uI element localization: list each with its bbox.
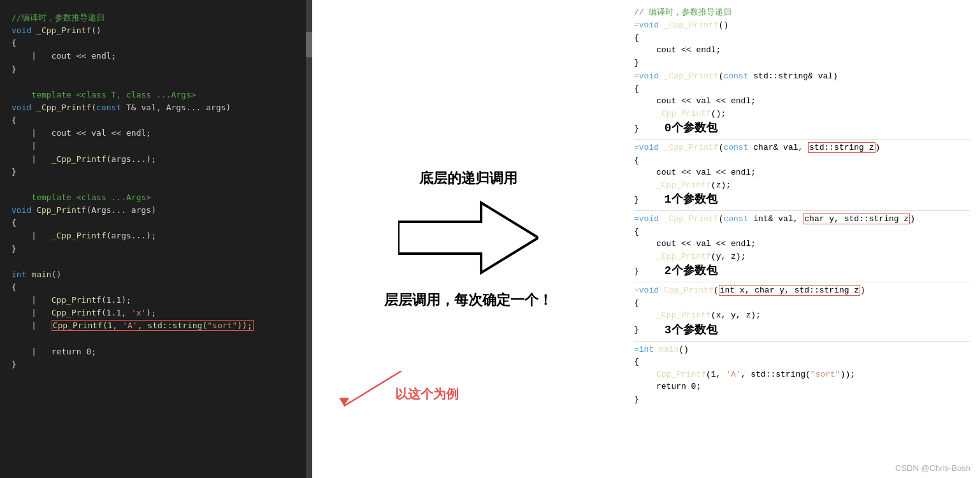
watermark: CSDN @Chris-Bosh [895,463,970,473]
svg-line-1 [344,371,401,406]
right-top-comment: // 编译时，参数推导递归 [634,6,970,18]
section-2: =void _Cpp_Printf(const char& val, std::… [634,141,970,208]
middle-annotation: 底层的递归调用 层层调用，每次确定一个！ 以这个为例 [312,0,624,478]
svg-marker-0 [398,203,538,273]
section-1: =void _Cpp_Printf(const std::string& val… [634,70,970,137]
example-annotation: 以这个为例 [350,386,459,403]
left-code-panel: //编译时，参数推导递归 void _Cpp_Printf() { | cout… [0,0,312,478]
scrollbar[interactable] [306,0,312,478]
section-4: =void Cpp_Printf(int x, char y, std::str… [634,284,970,339]
section-0: =void _Cpp_Printf() { cout << endl; } [634,19,970,69]
bottom-annotation-label: 层层调用，每次确定一个！ [384,291,552,310]
svg-marker-2 [339,398,349,406]
section-5: =int main() { Cpp_Printf(1, 'A', std::st… [634,344,970,406]
right-code-panel: // 编译时，参数推导递归 =void _Cpp_Printf() { cout… [624,0,980,478]
top-annotation-label: 底层的递归调用 [419,169,517,188]
section-3: =void _Cpp_Printf(const int& val, char y… [634,213,970,280]
big-arrow [398,199,538,279]
